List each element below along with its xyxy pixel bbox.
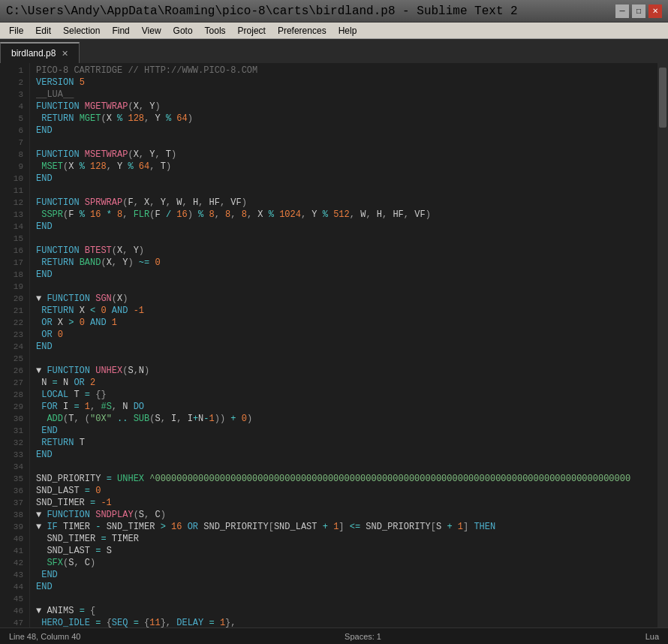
- tab-bar: birdland.p8 ✕: [0, 39, 668, 63]
- cursor-position: Line 48, Column 40: [9, 632, 80, 641]
- indentation: Spaces: 1: [345, 632, 381, 641]
- code-line-14: END: [36, 221, 657, 233]
- code-line-24: END: [36, 341, 657, 353]
- code-line-36: SND_LAST = 0: [36, 485, 657, 497]
- code-line-32: RETURN T: [36, 437, 657, 449]
- code-line-3: __LUA__: [36, 89, 657, 101]
- code-line-38: ▼ FUNCTION SNDPLAY(S, C): [36, 509, 657, 521]
- menu-view[interactable]: View: [136, 23, 167, 38]
- code-line-6: END: [36, 125, 657, 137]
- code-line-45: [36, 593, 657, 605]
- menu-selection[interactable]: Selection: [57, 23, 106, 38]
- code-line-16: FUNCTION BTEST(X, Y): [36, 245, 657, 257]
- code-line-9: MSET(X % 128, Y % 64, T): [36, 161, 657, 173]
- code-line-30: ADD(T, ("0X" .. SUB(S, I, I+N-1)) + 0): [36, 413, 657, 425]
- scrollbar[interactable]: [657, 63, 668, 627]
- code-line-33: END: [36, 449, 657, 461]
- code-line-42: SFX(S, C): [36, 557, 657, 569]
- code-editor[interactable]: PICO-8 CARTRIDGE // HTTP://WWW.PICO-8.CO…: [30, 63, 657, 627]
- title-bar: C:\Users\Andy\AppData\Roaming\pico-8\car…: [0, 0, 668, 23]
- code-line-5: RETURN MGET(X % 128, Y % 64): [36, 113, 657, 125]
- code-line-29: FOR I = 1, #S, N DO: [36, 401, 657, 413]
- title-text: C:\Users\Andy\AppData\Roaming\pico-8\car…: [6, 5, 518, 18]
- code-line-8: FUNCTION MSETWRAP(X, Y, T): [36, 149, 657, 161]
- menu-file[interactable]: File: [3, 23, 29, 38]
- editor-container: 1 2 3 4 5 6 7 8 9 10 11 12 13 14 15 16 1…: [0, 63, 668, 627]
- code-line-44: END: [36, 581, 657, 593]
- code-line-12: FUNCTION SPRWRAP(F, X, Y, W, H, HF, VF): [36, 197, 657, 209]
- menu-edit[interactable]: Edit: [29, 23, 57, 38]
- code-line-35: SND_PRIORITY = UNHEX ^000000000000000000…: [36, 473, 657, 485]
- code-line-10: END: [36, 173, 657, 185]
- code-line-20: ▼ FUNCTION SGN(X): [36, 293, 657, 305]
- window-controls: ─ □ ✕: [615, 5, 662, 18]
- code-line-31: END: [36, 425, 657, 437]
- tab-birdland[interactable]: birdland.p8 ✕: [0, 42, 80, 63]
- code-line-26: ▼ FUNCTION UNHEX(S,N): [36, 365, 657, 377]
- code-line-37: SND_TIMER = -1: [36, 497, 657, 509]
- line-numbers: 1 2 3 4 5 6 7 8 9 10 11 12 13 14 15 16 1…: [0, 63, 30, 627]
- menu-help[interactable]: Help: [332, 23, 363, 38]
- menu-find[interactable]: Find: [106, 23, 135, 38]
- code-line-27: N = N OR 2: [36, 377, 657, 389]
- code-line-19: [36, 281, 657, 293]
- code-line-4: FUNCTION MGETWRAP(X, Y): [36, 101, 657, 113]
- code-line-13: SSPR(F % 16 * 8, FLR(F / 16) % 8, 8, 8, …: [36, 209, 657, 221]
- code-line-21: RETURN X < 0 AND -1: [36, 305, 657, 317]
- code-line-15: [36, 233, 657, 245]
- tab-close-button[interactable]: ✕: [62, 50, 68, 58]
- file-type: Lua: [645, 632, 659, 641]
- code-line-39: ▼ IF TIMER - SND_TIMER > 16 OR SND_PRIOR…: [36, 521, 657, 533]
- minimize-button[interactable]: ─: [615, 5, 629, 18]
- code-line-1: PICO-8 CARTRIDGE // HTTP://WWW.PICO-8.CO…: [36, 65, 657, 77]
- code-line-46: ▼ ANIMS = {: [36, 605, 657, 617]
- code-line-41: SND_LAST = S: [36, 545, 657, 557]
- code-line-11: [36, 185, 657, 197]
- code-line-40: SND_TIMER = TIMER: [36, 533, 657, 545]
- menu-preferences[interactable]: Preferences: [272, 23, 332, 38]
- tab-label: birdland.p8: [11, 48, 56, 59]
- menu-goto[interactable]: Goto: [167, 23, 199, 38]
- code-line-18: END: [36, 269, 657, 281]
- code-line-43: END: [36, 569, 657, 581]
- scrollbar-thumb[interactable]: [659, 68, 666, 128]
- menu-bar: File Edit Selection Find View Goto Tools…: [0, 23, 668, 39]
- close-button[interactable]: ✕: [648, 5, 662, 18]
- code-line-47: HERO_IDLE = {SEQ = {11}, DELAY = 1},: [36, 617, 657, 627]
- status-bar: Line 48, Column 40 Spaces: 1 Lua: [0, 627, 668, 644]
- code-line-28: LOCAL T = {}: [36, 389, 657, 401]
- menu-tools[interactable]: Tools: [199, 23, 232, 38]
- menu-project[interactable]: Project: [232, 23, 272, 38]
- code-line-7: [36, 137, 657, 149]
- code-line-34: [36, 461, 657, 473]
- maximize-button[interactable]: □: [632, 5, 645, 18]
- code-line-17: RETURN BAND(X, Y) ~= 0: [36, 257, 657, 269]
- code-line-22: OR X > 0 AND 1: [36, 317, 657, 329]
- code-line-25: [36, 353, 657, 365]
- code-line-2: VERSION 5: [36, 77, 657, 89]
- code-line-23: OR 0: [36, 329, 657, 341]
